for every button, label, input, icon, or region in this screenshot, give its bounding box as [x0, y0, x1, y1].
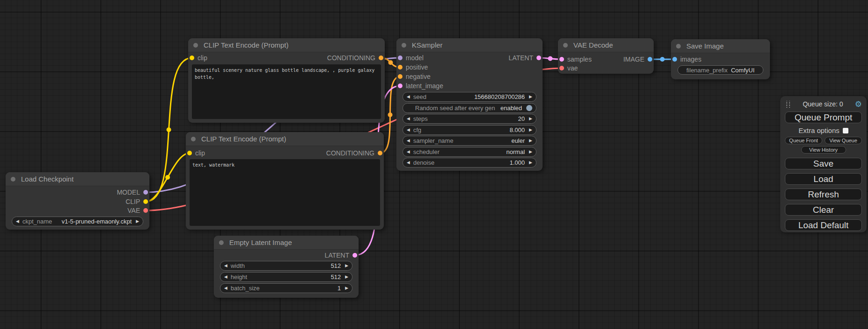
- increment-arrow-icon[interactable]: [529, 117, 532, 121]
- toggle-knob-icon[interactable]: [526, 105, 532, 111]
- decrement-arrow-icon[interactable]: [224, 264, 227, 268]
- view-queue-button[interactable]: View Queue: [825, 137, 862, 144]
- input-port-negative[interactable]: [398, 74, 402, 79]
- node-clip-text-encode-positive[interactable]: CLIP Text Encode (Prompt) clip CONDITION…: [188, 38, 385, 123]
- decrement-arrow-icon[interactable]: [407, 128, 410, 132]
- widget-seed[interactable]: seed 156680208700286: [402, 92, 536, 102]
- input-port-clip[interactable]: [187, 151, 192, 155]
- queue-prompt-button[interactable]: Queue Prompt: [785, 112, 862, 123]
- input-port-samples[interactable]: [559, 57, 564, 62]
- input-port-clip[interactable]: [190, 56, 194, 60]
- widget-value: 512: [331, 262, 341, 269]
- node-save-image[interactable]: Save Image images filename_prefix ComfyU…: [671, 39, 770, 79]
- extra-options-checkbox[interactable]: [843, 128, 848, 133]
- increment-arrow-icon[interactable]: [345, 286, 348, 290]
- widget-scheduler[interactable]: scheduler normal: [402, 147, 536, 157]
- node-title-bar[interactable]: KSampler: [396, 38, 543, 52]
- decrement-arrow-icon[interactable]: [224, 286, 227, 290]
- input-port-positive[interactable]: [398, 65, 402, 70]
- increment-arrow-icon[interactable]: [345, 264, 348, 268]
- increment-arrow-icon[interactable]: [529, 161, 532, 165]
- slot-label: clip: [198, 54, 207, 62]
- collapse-dot-icon[interactable]: [402, 43, 406, 48]
- decrement-arrow-icon[interactable]: [407, 161, 410, 165]
- refresh-button[interactable]: Refresh: [785, 189, 862, 200]
- widget-batch-size[interactable]: batch_size 1: [220, 283, 353, 293]
- widget-height[interactable]: height 512: [220, 272, 353, 282]
- increment-arrow-icon[interactable]: [136, 219, 139, 224]
- link-midpoint-dot[interactable]: [660, 57, 665, 62]
- collapse-dot-icon[interactable]: [193, 43, 198, 48]
- output-port-image[interactable]: [648, 57, 652, 62]
- input-port-model[interactable]: [398, 56, 402, 60]
- widget-ckpt-name[interactable]: ckpt_name v1-5-pruned-emaonly.ckpt: [12, 217, 143, 226]
- collapse-dot-icon[interactable]: [563, 43, 568, 48]
- gear-icon[interactable]: [855, 100, 862, 108]
- node-title-bar[interactable]: Save Image: [671, 39, 770, 53]
- output-port-conditioning[interactable]: [378, 151, 382, 155]
- save-button[interactable]: Save: [785, 158, 862, 169]
- node-clip-text-encode-negative[interactable]: CLIP Text Encode (Prompt) clip CONDITION…: [186, 132, 384, 230]
- output-port-clip[interactable]: [143, 199, 148, 204]
- output-port-vae[interactable]: [143, 208, 148, 213]
- decrement-arrow-icon[interactable]: [407, 150, 410, 154]
- node-empty-latent-image[interactable]: Empty Latent Image LATENT width 512 heig…: [214, 236, 359, 298]
- node-title-bar[interactable]: Load Checkpoint: [6, 172, 149, 186]
- widget-value: 20: [518, 115, 525, 122]
- widget-filename-prefix[interactable]: filename_prefix ComfyUI: [677, 65, 763, 75]
- graph-canvas[interactable]: Load Checkpoint MODEL CLIP VAE ckpt_name…: [0, 0, 868, 329]
- prompt-textarea[interactable]: beautiful scenery nature glass bottle la…: [192, 64, 381, 119]
- link-midpoint-dot[interactable]: [388, 112, 393, 117]
- widget-random-seed-toggle[interactable]: Random seed after every gen enabled: [402, 103, 536, 113]
- input-port-latent-image[interactable]: [398, 84, 402, 88]
- input-port-vae[interactable]: [559, 66, 564, 70]
- prompt-textarea[interactable]: text, watermark: [190, 159, 380, 226]
- input-slot-latent-image: latent_image: [396, 81, 443, 91]
- input-port-images[interactable]: [672, 57, 677, 62]
- increment-arrow-icon[interactable]: [529, 150, 532, 154]
- increment-arrow-icon[interactable]: [529, 139, 532, 143]
- widget-width[interactable]: width 512: [220, 261, 353, 271]
- load-button[interactable]: Load: [785, 173, 862, 185]
- node-title-bar[interactable]: CLIP Text Encode (Prompt): [186, 132, 384, 146]
- decrement-arrow-icon[interactable]: [407, 95, 410, 99]
- clear-button[interactable]: Clear: [785, 204, 862, 216]
- decrement-arrow-icon[interactable]: [407, 117, 410, 121]
- decrement-arrow-icon[interactable]: [407, 139, 410, 143]
- node-ksampler[interactable]: KSampler model positive negative latent_…: [396, 38, 543, 171]
- node-vae-decode[interactable]: VAE Decode samples vae IMAGE: [558, 38, 654, 74]
- slot-label: CONDITIONING: [327, 54, 375, 62]
- link-midpoint-dot[interactable]: [165, 175, 170, 180]
- collapse-dot-icon[interactable]: [676, 44, 681, 49]
- increment-arrow-icon[interactable]: [529, 95, 532, 99]
- queue-front-button[interactable]: Queue Front: [785, 137, 822, 144]
- widget-steps[interactable]: steps 20: [402, 114, 536, 124]
- output-port-conditioning[interactable]: [379, 56, 383, 60]
- decrement-arrow-icon[interactable]: [224, 275, 227, 279]
- link-midpoint-dot[interactable]: [167, 127, 171, 132]
- output-slot-clip: CLIP: [126, 197, 149, 206]
- link-midpoint-dot[interactable]: [548, 56, 553, 61]
- view-history-button[interactable]: View History: [801, 146, 846, 154]
- widget-denoise[interactable]: denoise 1.000: [402, 158, 536, 168]
- node-title-bar[interactable]: Empty Latent Image: [214, 236, 359, 250]
- input-slot-vae: vae: [558, 63, 578, 73]
- node-load-checkpoint[interactable]: Load Checkpoint MODEL CLIP VAE ckpt_name…: [6, 172, 149, 230]
- decrement-arrow-icon[interactable]: [16, 219, 19, 224]
- node-title-bar[interactable]: CLIP Text Encode (Prompt): [188, 38, 385, 52]
- extra-options-row: Extra options: [785, 126, 862, 134]
- drag-handle-icon[interactable]: [785, 101, 791, 108]
- output-port-latent[interactable]: [536, 56, 541, 60]
- collapse-dot-icon[interactable]: [219, 240, 224, 245]
- load-default-button[interactable]: Load Default: [785, 219, 862, 231]
- link-midpoint-dot[interactable]: [388, 60, 393, 65]
- output-port-latent[interactable]: [353, 253, 357, 258]
- collapse-dot-icon[interactable]: [11, 177, 15, 182]
- collapse-dot-icon[interactable]: [191, 137, 196, 141]
- increment-arrow-icon[interactable]: [345, 275, 348, 279]
- increment-arrow-icon[interactable]: [529, 128, 532, 132]
- output-port-model[interactable]: [143, 190, 148, 195]
- node-title-bar[interactable]: VAE Decode: [558, 38, 654, 52]
- widget-sampler-name[interactable]: sampler_name euler: [402, 136, 536, 146]
- widget-cfg[interactable]: cfg 8.000: [402, 125, 536, 135]
